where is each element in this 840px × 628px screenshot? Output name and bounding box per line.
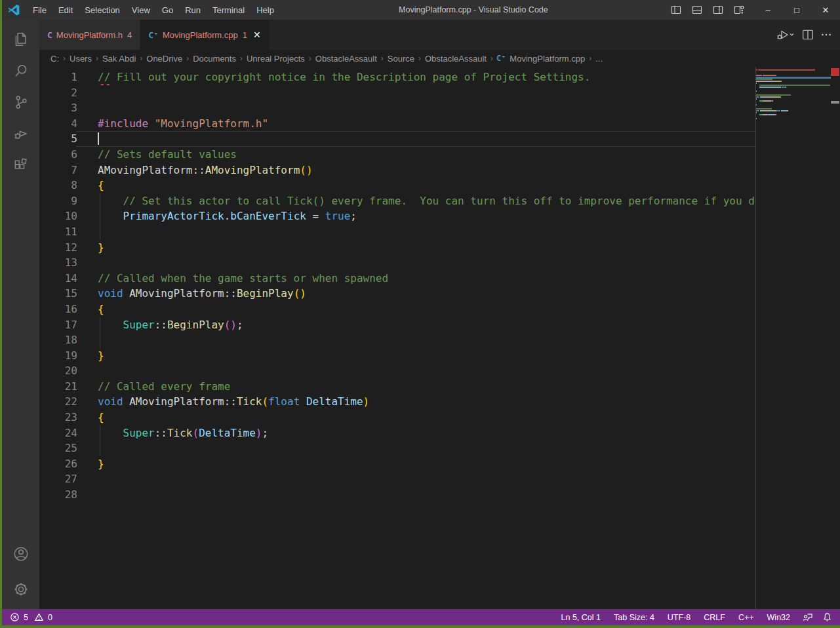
menu-edit[interactable]: Edit (52, 0, 79, 20)
line-number[interactable]: 9 (39, 193, 77, 209)
code-line[interactable]: 3 (39, 100, 755, 116)
search-icon[interactable] (5, 55, 37, 87)
status-item-indentation[interactable]: Tab Size: 4 (609, 613, 660, 622)
line-number[interactable]: 12 (39, 240, 77, 256)
line-number[interactable]: 23 (39, 410, 77, 425)
breadcrumb-segment-onedrive[interactable]: OneDrive (146, 54, 183, 64)
code-line[interactable]: 9 // Set this actor to call Tick() every… (39, 193, 755, 209)
code-line[interactable]: 25 (39, 441, 755, 456)
code-line[interactable]: 21// Called every frame (39, 379, 755, 395)
status-item-eol[interactable]: CRLF (698, 613, 730, 622)
menu-go[interactable]: Go (156, 0, 179, 20)
line-number[interactable]: 4 (39, 116, 77, 132)
close-button[interactable]: ✕ (811, 0, 840, 20)
breadcrumb-segment-obstacleassault[interactable]: ObstacleAssault (315, 54, 378, 64)
line-number[interactable]: 20 (39, 363, 77, 379)
menu-selection[interactable]: Selection (79, 0, 125, 20)
code-line[interactable]: 24 Super::Tick(DeltaTime); (39, 425, 755, 441)
run-or-debug-icon[interactable] (773, 25, 798, 45)
code-line[interactable]: 10 PrimaryActorTick.bCanEverTick = true; (39, 208, 755, 224)
toggle-primary-sidebar-icon[interactable] (667, 1, 685, 18)
status-item-language-mode[interactable]: C++ (733, 613, 759, 622)
breadcrumb-segment-unreal-projects[interactable]: Unreal Projects (246, 54, 306, 64)
menu-terminal[interactable]: Terminal (207, 0, 250, 20)
accounts-icon[interactable] (5, 538, 37, 570)
code-line[interactable]: 4#include "MovingPlatform.h" (39, 116, 755, 132)
overview-ruler[interactable] (830, 67, 840, 609)
code-line[interactable]: 13 (39, 255, 755, 271)
extensions-icon[interactable] (5, 149, 37, 181)
line-number[interactable]: 5 (39, 131, 77, 147)
code-line[interactable]: 22void AMovingPlatform::Tick(float Delta… (39, 394, 755, 410)
toggle-secondary-sidebar-icon[interactable] (709, 1, 727, 18)
code-line[interactable]: 11 (39, 224, 755, 240)
tab-movingplatform-h[interactable]: CMovingPlatform.h4 (39, 20, 140, 50)
line-number[interactable]: 28 (39, 487, 77, 503)
line-number[interactable]: 27 (39, 471, 77, 487)
line-number[interactable]: 8 (39, 178, 77, 193)
feedback-icon[interactable] (802, 612, 813, 622)
code-line[interactable]: 7AMovingPlatform::AMovingPlatform() (39, 163, 755, 178)
code-line[interactable]: 12} (39, 240, 755, 256)
line-number[interactable]: 19 (39, 348, 77, 364)
code-line[interactable]: 17 Super::BeginPlay(); (39, 317, 755, 333)
settings-icon[interactable] (5, 574, 37, 605)
code-line[interactable]: 16{ (39, 302, 755, 317)
notifications-bell-icon[interactable] (822, 612, 832, 622)
maximize-button[interactable]: □ (782, 0, 811, 20)
code-line[interactable]: 2 (39, 85, 755, 101)
line-number[interactable]: 7 (39, 163, 77, 178)
tab-movingplatform-cpp[interactable]: C⁺MovingPlatform.cpp1✕ (140, 20, 270, 50)
source-control-icon[interactable] (5, 87, 37, 118)
customize-layout-icon[interactable] (730, 1, 748, 18)
breadcrumb-segment-users[interactable]: Users (69, 54, 92, 64)
line-number[interactable]: 11 (39, 224, 77, 240)
line-number[interactable]: 22 (39, 394, 77, 410)
menu-view[interactable]: View (126, 0, 156, 20)
toggle-panel-icon[interactable] (688, 1, 706, 18)
problems-status[interactable]: 5 0 (9, 612, 52, 622)
tab-close-icon[interactable]: ✕ (253, 29, 261, 40)
code-line[interactable]: 6// Sets default values (39, 147, 755, 163)
status-item-platform[interactable]: Win32 (762, 613, 795, 622)
breadcrumb-segment-obstacleassault[interactable]: ObstacleAssault (424, 54, 487, 64)
line-number[interactable]: 3 (39, 100, 77, 116)
line-number[interactable]: 24 (39, 425, 77, 441)
code-line[interactable]: 27 (39, 471, 755, 487)
status-item-encoding[interactable]: UTF-8 (662, 613, 696, 622)
breadcrumb-symbol-trail[interactable]: ... (595, 54, 603, 64)
code-line[interactable]: 15void AMovingPlatform::BeginPlay() (39, 286, 755, 302)
explorer-icon[interactable] (5, 24, 37, 55)
run-and-debug-icon[interactable] (5, 118, 37, 149)
line-number[interactable]: 2 (39, 85, 77, 101)
code-pane[interactable]: 1// Fill out your copyright notice in th… (39, 67, 755, 609)
status-item-cursor-position[interactable]: Ln 5, Col 1 (556, 613, 606, 622)
more-actions-icon[interactable] (818, 25, 835, 45)
line-number[interactable]: 13 (39, 255, 77, 271)
code-line[interactable]: 28 (39, 487, 755, 503)
menu-run[interactable]: Run (179, 0, 207, 20)
split-editor-icon[interactable] (799, 25, 816, 45)
menu-file[interactable]: File (27, 0, 52, 20)
line-number[interactable]: 25 (39, 441, 77, 456)
line-number[interactable]: 16 (39, 302, 77, 317)
line-number[interactable]: 10 (39, 208, 77, 224)
code-line[interactable]: 8{ (39, 178, 755, 193)
line-number[interactable]: 18 (39, 332, 77, 348)
line-number[interactable]: 15 (39, 286, 77, 302)
minimize-button[interactable]: – (753, 0, 782, 20)
minimap[interactable] (755, 67, 830, 609)
breadcrumb-segment-documents[interactable]: Documents (192, 54, 237, 64)
line-number[interactable]: 17 (39, 317, 77, 333)
line-number[interactable]: 26 (39, 456, 77, 472)
breadcrumb-segment-c-[interactable]: C: (50, 54, 60, 64)
code-line[interactable]: 14// Called when the game starts or when… (39, 271, 755, 286)
menu-help[interactable]: Help (250, 0, 280, 20)
line-number[interactable]: 21 (39, 379, 77, 395)
code-line[interactable]: 5 (39, 131, 755, 147)
code-line[interactable]: 19} (39, 348, 755, 364)
code-line[interactable]: 1// Fill out your copyright notice in th… (39, 69, 755, 85)
breadcrumb-file[interactable]: MovingPlatform.cpp (509, 54, 586, 64)
code-line[interactable]: 23{ (39, 410, 755, 425)
line-number[interactable]: 6 (39, 147, 77, 163)
